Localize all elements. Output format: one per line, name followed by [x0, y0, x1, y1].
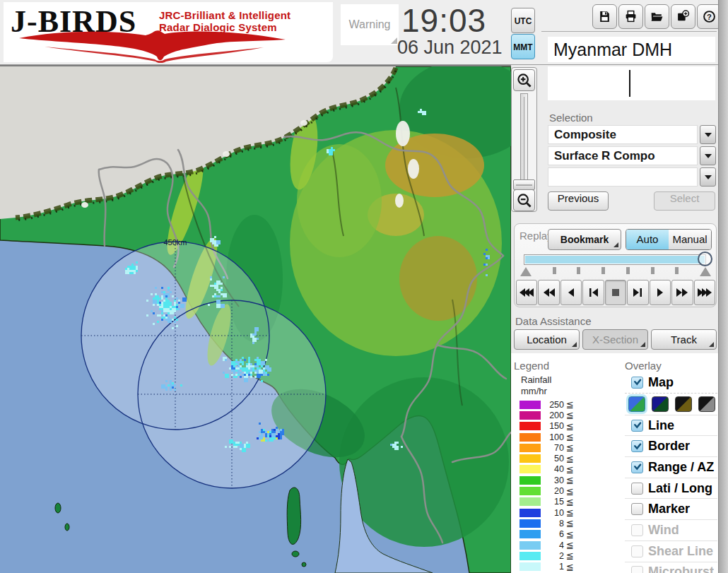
overlay-checkbox-border[interactable] — [631, 440, 643, 452]
select-button[interactable]: Select — [654, 191, 715, 211]
map-style-swatch-4[interactable] — [698, 396, 715, 412]
map-style-swatch-1[interactable] — [628, 396, 645, 412]
play-button[interactable] — [650, 280, 671, 305]
overlay-checkbox-range-az[interactable] — [631, 461, 643, 473]
toolbar: ? — [592, 4, 722, 29]
overlay-item-label: Lati / Long — [648, 481, 712, 496]
play-back-button[interactable] — [560, 280, 582, 305]
overlay-item-wind: Wind — [625, 519, 717, 540]
jbirds-window: J-BIRDS JRC-Brilliant & Intelligent Rada… — [0, 0, 728, 573]
divider — [541, 31, 717, 32]
selection-field-2[interactable] — [548, 167, 698, 187]
station-info-box[interactable] — [548, 66, 715, 100]
rewind-button[interactable] — [538, 280, 559, 305]
legend-threshold: 50 — [541, 454, 564, 463]
info-divider — [629, 70, 630, 97]
legend-threshold: 6 — [541, 529, 564, 539]
data-assistance-buttons: LocationX-SectionTrack — [514, 329, 717, 350]
data-assistance-label: Data Assistance — [515, 315, 592, 327]
map-style-swatch-2[interactable] — [652, 396, 669, 412]
overlay-item-label: Border — [648, 439, 690, 454]
radar-map[interactable]: 450km — [0, 65, 511, 573]
slider-range-end-marker[interactable] — [700, 267, 711, 276]
play-icon — [652, 288, 668, 297]
overlay-checkbox-line[interactable] — [631, 420, 643, 432]
legend-le-symbol: ≦ — [566, 464, 574, 475]
selection-field-1[interactable]: Surface R Compo — [548, 146, 698, 165]
resize-grip-icon[interactable] — [391, 37, 397, 44]
data-assistance-track-button[interactable]: Track — [651, 329, 717, 350]
selection-dropdown-button-1[interactable] — [700, 146, 716, 165]
menu-fold-icon — [709, 342, 714, 347]
selection-dropdown-button-2[interactable] — [700, 167, 716, 187]
overlay-checkbox-marker[interactable] — [631, 503, 643, 515]
legend-threshold: 1 — [541, 562, 564, 572]
forward-fast-icon — [697, 288, 712, 297]
legend-threshold: 20 — [541, 486, 564, 496]
overlay-item-label: Marker — [648, 502, 690, 516]
menu-fold-icon — [613, 242, 618, 247]
replay-mode-toggle: Auto Manual — [626, 229, 712, 250]
map-style-swatch-3[interactable] — [675, 396, 692, 412]
previous-button[interactable]: Previous — [548, 191, 609, 211]
capture-button[interactable] — [671, 4, 695, 29]
magnifier-plus-icon — [517, 73, 532, 88]
save-button[interactable] — [592, 4, 617, 29]
print-button[interactable] — [618, 4, 643, 29]
check-icon — [633, 463, 642, 471]
stop-button[interactable] — [605, 280, 626, 305]
legend-row: 100≦ — [519, 432, 597, 442]
legend-color-chip — [519, 509, 541, 517]
mmt-button[interactable]: MMT — [511, 34, 535, 59]
legend-color-chip — [519, 487, 541, 495]
legend-color-chip — [519, 411, 541, 420]
overlay-list: MapLineBorderRange / AZLati / LongMarker… — [625, 372, 717, 573]
step-forward-icon — [630, 288, 645, 297]
zoom-slider-track[interactable] — [520, 93, 528, 187]
slider-tick — [553, 267, 556, 274]
overlay-checkbox-lati-long[interactable] — [631, 483, 643, 495]
utc-button[interactable]: UTC — [511, 8, 535, 33]
zoom-slider-thumb[interactable] — [513, 179, 535, 190]
overlay-item-label: Map — [648, 375, 674, 390]
window-scrollbar[interactable] — [718, 0, 728, 573]
selection-dropdown-button-0[interactable] — [700, 125, 716, 144]
overlay-item-border: Border — [625, 435, 717, 456]
legend-row: 70≦ — [519, 442, 597, 453]
overlay-checkbox-microburst — [631, 566, 643, 573]
selection-field-0[interactable]: Composite — [548, 125, 698, 144]
time-slider-thumb[interactable] — [698, 252, 712, 266]
forward-button[interactable] — [671, 280, 693, 305]
legend-row: 6≦ — [519, 529, 597, 540]
auto-button[interactable]: Auto — [626, 230, 669, 249]
rewind-fast-button[interactable] — [516, 280, 537, 305]
magnifier-minus-icon — [517, 193, 532, 208]
manual-button[interactable]: Manual — [669, 230, 711, 249]
legend-le-symbol: ≦ — [566, 497, 574, 507]
selection-label: Selection — [549, 112, 593, 124]
overlay-checkbox-wind — [631, 524, 643, 536]
overlay-checkbox-map[interactable] — [631, 377, 643, 389]
legend-threshold: 2 — [541, 551, 564, 561]
slider-range-start-marker[interactable] — [520, 267, 532, 276]
legend-le-symbol: ≦ — [566, 562, 574, 572]
warning-panel[interactable]: Warning — [341, 4, 399, 45]
data-assistance-x-section-button[interactable]: X-Section — [582, 329, 648, 350]
legend-color-chip — [519, 444, 541, 452]
legend-threshold: 70 — [541, 443, 564, 453]
open-button[interactable] — [645, 4, 669, 29]
bookmark-button[interactable]: Bookmark — [548, 229, 621, 250]
zoom-out-button[interactable] — [513, 189, 535, 211]
step-forward-button[interactable] — [627, 280, 648, 305]
zoom-in-button[interactable] — [513, 69, 535, 91]
legend-row: 30≦ — [519, 475, 597, 485]
data-assistance-location-button[interactable]: Location — [514, 329, 580, 350]
forward-fast-button[interactable] — [694, 280, 715, 305]
overlay-item-label: Wind — [648, 523, 679, 538]
range-ring-label: 450km — [163, 238, 187, 247]
playback-controls — [516, 280, 715, 305]
overlay-checkbox-shear-line — [631, 545, 643, 557]
map-zoom-control — [511, 67, 537, 212]
step-back-button[interactable] — [582, 280, 604, 305]
time-slider[interactable] — [524, 254, 706, 265]
